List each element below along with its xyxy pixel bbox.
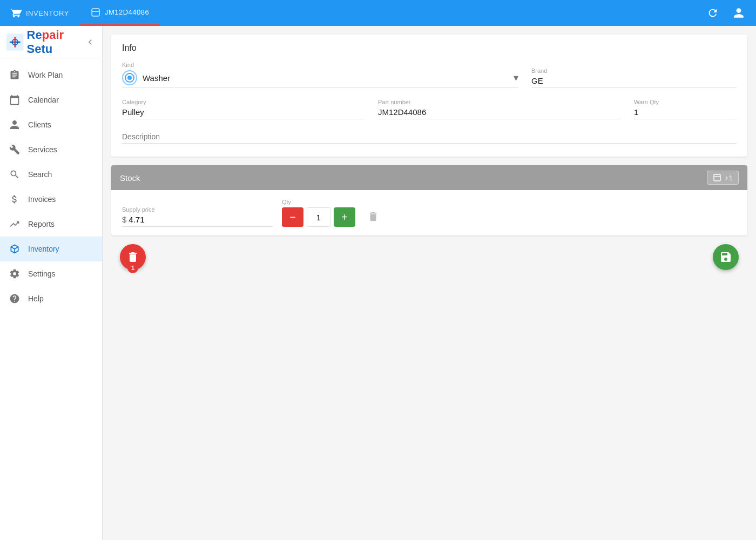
info-title: Info: [122, 43, 737, 53]
logo-text: Repair Setu: [27, 28, 85, 56]
main-layout: Repair Setu Work Plan: [0, 26, 756, 540]
part-number-input[interactable]: [378, 107, 621, 119]
description-input[interactable]: [122, 130, 737, 144]
search-label: Search: [28, 170, 52, 179]
currency-symbol: $: [122, 215, 126, 224]
qty-input[interactable]: [307, 207, 330, 227]
kind-brand-row: Kind Washer ▾ Brand: [122, 62, 737, 88]
add-stock-button[interactable]: +1: [707, 171, 739, 185]
category-row: Category Part number Warn Qty: [122, 99, 737, 119]
stock-row: Supply price $ Qty − +: [122, 199, 737, 227]
kind-dropdown[interactable]: Washer ▾: [122, 70, 518, 88]
category-label: Category: [122, 99, 365, 105]
main-content: Info Kind Washer ▾: [103, 26, 756, 540]
item-icon: [91, 8, 100, 17]
dollar-icon: [9, 193, 21, 205]
search-icon: [9, 168, 21, 180]
fab-trash-icon: [126, 251, 139, 264]
washer-icon: [122, 70, 137, 85]
part-number-group: Part number: [378, 99, 621, 119]
sidebar: Repair Setu Work Plan: [0, 26, 103, 540]
user-button[interactable]: [730, 4, 747, 22]
active-tab-label: JM12D44086: [105, 8, 149, 16]
trending-up-icon: [9, 218, 21, 230]
logo-icon: [6, 32, 24, 52]
reports-label: Reports: [28, 220, 55, 228]
clients-label: Clients: [28, 120, 51, 129]
brand-group: Brand: [531, 68, 737, 88]
services-label: Services: [28, 145, 57, 154]
sidebar-item-services[interactable]: Services: [0, 137, 102, 162]
svg-rect-0: [92, 9, 99, 16]
help-label: Help: [28, 294, 44, 303]
description-row: [122, 130, 737, 144]
qty-group: Qty − +: [282, 199, 355, 227]
add-stock-label: +1: [725, 174, 733, 182]
sidebar-item-search[interactable]: Search: [0, 162, 102, 187]
warn-qty-group: Warn Qty: [634, 99, 737, 119]
settings-label: Settings: [28, 269, 56, 278]
category-input[interactable]: [122, 107, 365, 119]
sidebar-nav: Work Plan Calendar Clients: [0, 58, 102, 315]
sidebar-item-settings[interactable]: Settings: [0, 261, 102, 286]
sidebar-item-calendar[interactable]: Calendar: [0, 87, 102, 112]
wrench-icon: [9, 144, 21, 156]
work-plan-label: Work Plan: [28, 71, 63, 79]
collapse-button[interactable]: [85, 37, 96, 48]
person-icon: [9, 119, 21, 131]
price-input-row: $: [122, 215, 273, 227]
fab-delete-badge: 1: [127, 262, 138, 273]
calendar-label: Calendar: [28, 96, 59, 104]
chevron-down-icon: ▾: [514, 72, 518, 84]
brand-label: Brand: [531, 68, 737, 74]
stock-title: Stock: [120, 173, 140, 183]
refresh-icon: [707, 7, 719, 19]
stock-row-delete-button[interactable]: [364, 207, 382, 226]
qty-controls: − +: [282, 207, 355, 227]
fab-delete-container: 1: [120, 244, 146, 270]
fab-save-container: [713, 244, 739, 270]
sidebar-item-reports[interactable]: Reports: [0, 212, 102, 237]
info-section: Info Kind Washer ▾: [111, 35, 747, 157]
qty-plus-button[interactable]: +: [334, 207, 355, 227]
sidebar-item-invoices[interactable]: Invoices: [0, 187, 102, 212]
user-icon: [733, 7, 745, 19]
inventory-tab-label: INVENTORY: [26, 9, 69, 17]
sidebar-item-clients[interactable]: Clients: [0, 112, 102, 137]
tab-inventory[interactable]: INVENTORY: [0, 0, 80, 26]
calendar-icon: [9, 94, 21, 106]
chevron-left-icon: [85, 37, 96, 48]
trash-icon: [367, 211, 379, 222]
brand-input[interactable]: [531, 76, 737, 88]
svg-rect-6: [714, 174, 720, 181]
sidebar-logo: Repair Setu: [0, 26, 102, 58]
topbar: INVENTORY JM12D44086: [0, 0, 756, 26]
kind-label: Kind: [122, 62, 518, 68]
supply-price-input[interactable]: [129, 215, 172, 224]
help-icon: [9, 293, 21, 305]
stock-card: Stock +1 Supply price $: [111, 165, 747, 235]
warn-qty-label: Warn Qty: [634, 99, 737, 105]
qty-label: Qty: [282, 199, 291, 205]
invoices-label: Invoices: [28, 195, 56, 204]
tab-active-item[interactable]: JM12D44086: [80, 0, 160, 26]
qty-minus-button[interactable]: −: [282, 207, 303, 227]
sidebar-item-help[interactable]: Help: [0, 286, 102, 311]
info-card: Info Kind Washer ▾: [111, 35, 747, 157]
refresh-button[interactable]: [704, 4, 721, 22]
kind-selector: Kind Washer ▾: [122, 62, 518, 88]
part-number-label: Part number: [378, 99, 621, 105]
topbar-tabs: INVENTORY JM12D44086: [0, 0, 704, 26]
warn-qty-input[interactable]: [634, 107, 737, 119]
fab-save-button[interactable]: [713, 244, 739, 270]
sidebar-item-inventory[interactable]: Inventory: [0, 237, 102, 261]
supply-price-label: Supply price: [122, 206, 273, 213]
inventory-label: Inventory: [28, 245, 59, 253]
stock-body: Supply price $ Qty − +: [111, 190, 747, 235]
supply-price-group: Supply price $: [122, 206, 273, 227]
clipboard-icon: [9, 69, 21, 81]
add-stock-icon: [713, 173, 721, 182]
fab-save-icon: [719, 251, 732, 264]
sidebar-item-work-plan[interactable]: Work Plan: [0, 63, 102, 87]
kind-value: Washer: [143, 73, 170, 83]
